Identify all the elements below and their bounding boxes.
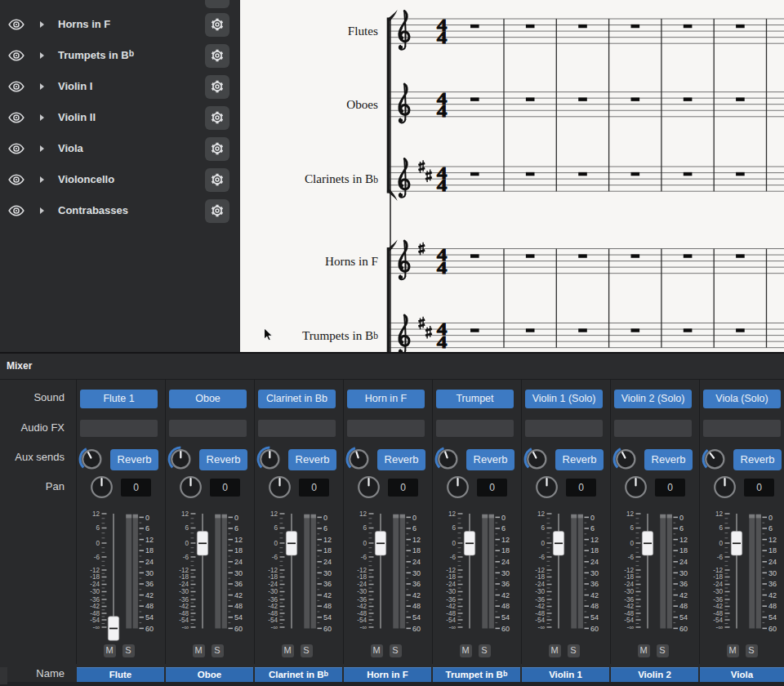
svg-text:36: 36 [679, 580, 688, 588]
svg-text:42: 42 [590, 591, 599, 599]
svg-text:12: 12 [448, 510, 457, 518]
svg-text:48: 48 [768, 602, 777, 610]
svg-text:36: 36 [412, 580, 421, 588]
svg-text:12: 12 [768, 536, 777, 544]
svg-text:42: 42 [768, 591, 777, 599]
svg-text:-∞: -∞ [92, 624, 100, 631]
svg-text:Trumpets in Bb: Trumpets in Bb [302, 328, 378, 342]
svg-text:12: 12 [359, 510, 368, 518]
svg-text:60: 60 [501, 625, 510, 633]
svg-text:-54: -54 [624, 617, 634, 624]
svg-text:0: 0 [630, 540, 634, 547]
svg-text:-18: -18 [535, 573, 545, 581]
svg-text:-18: -18 [713, 573, 723, 581]
svg-text:30: 30 [768, 569, 777, 577]
svg-text:54: 54 [412, 613, 421, 621]
svg-text:-24: -24 [268, 581, 278, 588]
svg-text:-54: -54 [713, 617, 723, 624]
svg-text:24: 24 [234, 558, 243, 566]
svg-text:30: 30 [323, 569, 332, 577]
svg-text:36: 36 [145, 580, 154, 588]
svg-text:-18: -18 [90, 573, 100, 581]
svg-text:60: 60 [679, 625, 688, 633]
svg-text:-∞: -∞ [537, 624, 545, 631]
svg-text:30: 30 [590, 569, 599, 577]
svg-text:Clarinets in Bb: Clarinets in Bb [305, 172, 378, 185]
svg-text:-54: -54 [179, 617, 189, 624]
svg-text:0: 0 [768, 514, 773, 522]
svg-text:12: 12 [92, 510, 100, 518]
svg-text:-24: -24 [624, 581, 634, 588]
svg-text:0: 0 [679, 514, 684, 522]
svg-text:-24: -24 [535, 581, 545, 588]
svg-text:Oboes: Oboes [346, 97, 378, 111]
svg-text:24: 24 [590, 558, 599, 566]
svg-text:0: 0 [185, 540, 189, 547]
svg-text:-18: -18 [624, 573, 634, 581]
svg-text:-6: -6 [450, 554, 457, 561]
svg-text:30: 30 [412, 569, 421, 577]
svg-text:12: 12 [412, 536, 421, 544]
svg-text:54: 54 [323, 613, 332, 621]
svg-text:4: 4 [437, 332, 448, 351]
svg-text:-24: -24 [90, 581, 100, 588]
svg-text:54: 54 [590, 613, 599, 621]
svg-text:54: 54 [145, 613, 154, 621]
svg-text:42: 42 [323, 591, 332, 599]
svg-text:4: 4 [437, 176, 448, 195]
svg-text:54: 54 [501, 613, 510, 621]
svg-text:-30: -30 [357, 588, 367, 595]
svg-text:4: 4 [437, 100, 448, 120]
svg-text:6: 6 [452, 524, 456, 532]
svg-text:-24: -24 [446, 581, 456, 588]
svg-text:60: 60 [234, 625, 243, 633]
svg-text:12: 12 [270, 510, 278, 518]
svg-text:42: 42 [145, 591, 154, 599]
svg-text:12: 12 [145, 536, 154, 544]
svg-text:24: 24 [679, 558, 688, 566]
svg-text:6: 6 [274, 524, 278, 532]
svg-text:-30: -30 [713, 588, 723, 595]
svg-text:12: 12 [715, 510, 724, 518]
svg-text:12: 12 [501, 536, 510, 544]
svg-text:6: 6 [412, 524, 416, 532]
svg-text:-∞: -∞ [715, 624, 723, 631]
svg-text:12: 12 [626, 510, 635, 518]
svg-text:-18: -18 [357, 573, 367, 581]
svg-text:6: 6 [501, 524, 506, 532]
svg-text:60: 60 [145, 625, 154, 633]
svg-text:36: 36 [501, 580, 510, 588]
svg-text:48: 48 [323, 602, 332, 610]
svg-text:-6: -6 [361, 554, 368, 561]
svg-text:36: 36 [768, 580, 777, 588]
svg-text:6: 6 [185, 524, 189, 532]
svg-text:60: 60 [412, 625, 421, 633]
svg-text:60: 60 [323, 625, 332, 633]
svg-text:18: 18 [590, 546, 599, 555]
svg-text:18: 18 [501, 546, 510, 555]
svg-text:18: 18 [323, 546, 332, 555]
svg-text:30: 30 [501, 569, 510, 577]
svg-text:0: 0 [363, 540, 367, 547]
svg-text:18: 18 [768, 546, 777, 555]
svg-text:30: 30 [679, 569, 688, 577]
svg-text:-54: -54 [268, 617, 278, 624]
svg-text:0: 0 [541, 540, 545, 547]
svg-text:0: 0 [234, 514, 238, 522]
svg-text:Horns in F: Horns in F [325, 254, 378, 268]
svg-text:0: 0 [412, 514, 416, 522]
svg-text:-30: -30 [268, 588, 278, 595]
svg-text:-∞: -∞ [270, 624, 278, 631]
svg-text:60: 60 [768, 625, 777, 633]
svg-text:-∞: -∞ [626, 624, 634, 631]
svg-text:0: 0 [145, 514, 149, 522]
svg-text:6: 6 [363, 524, 367, 532]
svg-text:-18: -18 [268, 573, 278, 581]
svg-text:Flutes: Flutes [348, 24, 378, 38]
svg-text:48: 48 [590, 602, 599, 610]
svg-text:4: 4 [437, 257, 448, 277]
svg-text:12: 12 [590, 536, 599, 544]
svg-text:6: 6 [234, 524, 238, 532]
svg-text:0: 0 [96, 540, 100, 547]
svg-text:12: 12 [537, 510, 546, 518]
